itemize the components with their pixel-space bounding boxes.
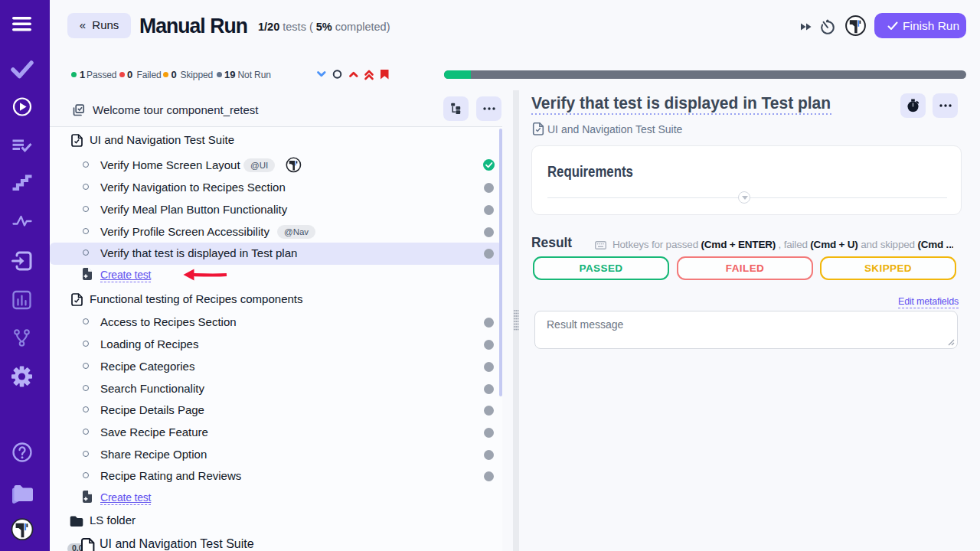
svg-text:UI and Navigation Test Suite: UI and Navigation Test Suite bbox=[100, 537, 254, 550]
